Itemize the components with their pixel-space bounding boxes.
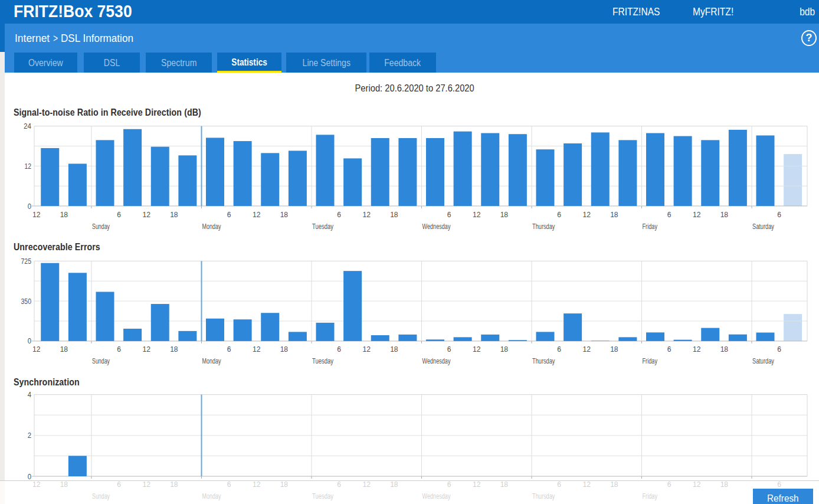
svg-text:12: 12 xyxy=(363,210,371,219)
svg-text:12: 12 xyxy=(32,345,41,354)
svg-text:Thursday: Thursday xyxy=(532,222,555,231)
svg-text:4: 4 xyxy=(28,390,31,399)
svg-text:18: 18 xyxy=(170,345,178,354)
svg-text:2: 2 xyxy=(28,431,31,440)
svg-text:12: 12 xyxy=(473,345,481,354)
svg-text:Thursday: Thursday xyxy=(532,356,555,365)
svg-text:24: 24 xyxy=(24,122,31,130)
svg-text:0: 0 xyxy=(28,472,31,481)
svg-text:725: 725 xyxy=(21,257,32,266)
svg-text:18: 18 xyxy=(500,345,509,354)
svg-text:6: 6 xyxy=(227,345,231,354)
svg-text:Friday: Friday xyxy=(643,222,658,231)
svg-text:6: 6 xyxy=(337,210,341,219)
svg-text:12: 12 xyxy=(583,345,591,354)
svg-text:Saturday: Saturday xyxy=(752,222,774,231)
svg-text:Monday: Monday xyxy=(202,222,221,231)
svg-text:6: 6 xyxy=(777,210,781,219)
svg-text:6: 6 xyxy=(227,210,231,219)
svg-text:Sunday: Sunday xyxy=(92,222,110,231)
svg-text:12: 12 xyxy=(253,345,261,354)
svg-text:0: 0 xyxy=(28,202,31,211)
svg-text:18: 18 xyxy=(170,210,178,219)
svg-text:18: 18 xyxy=(280,345,289,354)
svg-text:Wednesday: Wednesday xyxy=(422,222,451,231)
svg-text:12: 12 xyxy=(253,210,261,219)
svg-text:Saturday: Saturday xyxy=(752,356,774,365)
svg-text:0: 0 xyxy=(28,336,31,345)
svg-text:18: 18 xyxy=(60,210,68,219)
svg-text:18: 18 xyxy=(500,210,509,219)
svg-text:18: 18 xyxy=(60,345,68,354)
svg-text:6: 6 xyxy=(777,345,781,354)
svg-text:6: 6 xyxy=(557,345,561,354)
svg-text:18: 18 xyxy=(610,345,618,354)
svg-text:18: 18 xyxy=(720,345,729,354)
svg-text:18: 18 xyxy=(390,345,398,354)
svg-text:6: 6 xyxy=(667,345,671,354)
svg-text:6: 6 xyxy=(447,210,451,219)
svg-text:Wednesday: Wednesday xyxy=(422,356,451,365)
svg-text:18: 18 xyxy=(610,210,618,219)
svg-text:Monday: Monday xyxy=(202,356,221,365)
svg-text:12: 12 xyxy=(32,210,41,219)
svg-text:6: 6 xyxy=(557,210,561,219)
svg-text:12: 12 xyxy=(693,210,701,219)
svg-text:12: 12 xyxy=(583,210,591,219)
svg-text:18: 18 xyxy=(280,210,289,219)
svg-text:12: 12 xyxy=(693,345,701,354)
svg-text:6: 6 xyxy=(337,345,341,354)
svg-text:12: 12 xyxy=(143,345,151,354)
svg-text:350: 350 xyxy=(21,297,32,306)
svg-text:18: 18 xyxy=(390,210,398,219)
svg-text:12: 12 xyxy=(143,210,151,219)
svg-text:12: 12 xyxy=(363,345,371,354)
svg-text:Friday: Friday xyxy=(643,356,658,365)
svg-text:18: 18 xyxy=(720,210,729,219)
svg-text:12: 12 xyxy=(25,162,32,171)
svg-text:6: 6 xyxy=(117,210,121,219)
svg-text:6: 6 xyxy=(447,345,451,354)
svg-text:Sunday: Sunday xyxy=(92,356,110,365)
svg-text:6: 6 xyxy=(667,210,671,219)
svg-text:Tuesday: Tuesday xyxy=(312,222,333,231)
svg-text:6: 6 xyxy=(117,345,121,354)
svg-text:12: 12 xyxy=(473,210,481,219)
svg-text:Tuesday: Tuesday xyxy=(312,356,333,365)
